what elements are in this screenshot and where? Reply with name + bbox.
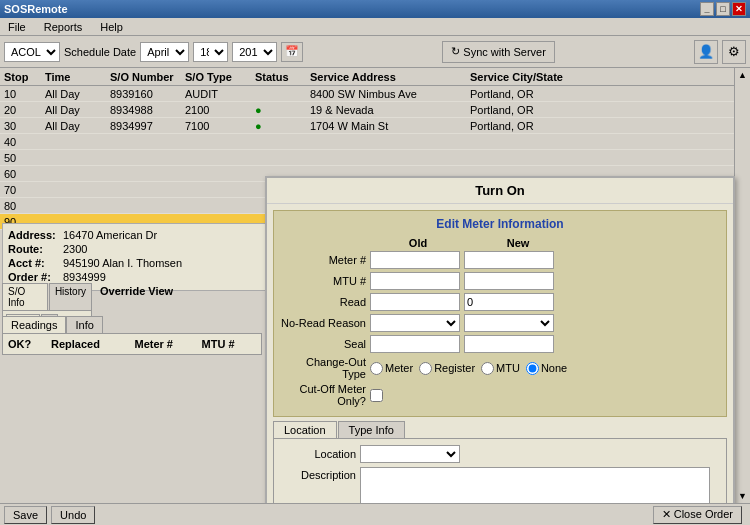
acol-dropdown[interactable]: ACOL xyxy=(4,42,60,62)
cutoff-checkbox[interactable] xyxy=(370,389,383,402)
seal-old-input[interactable] xyxy=(370,335,460,353)
scrollbar[interactable]: ▲ ▼ xyxy=(734,68,750,503)
tab-location[interactable]: Location xyxy=(273,421,337,438)
table-row[interactable]: 30 All Day 8934997 7100 ● 1704 W Main St… xyxy=(0,118,750,134)
day-select[interactable]: 18 xyxy=(193,42,228,62)
tab-readings[interactable]: Readings xyxy=(2,316,66,333)
col-header-replaced: Replaced xyxy=(49,337,133,351)
new-header: New xyxy=(468,237,568,249)
col-header-mtu: MTU # xyxy=(200,337,258,351)
location-field-label: Location xyxy=(280,448,360,460)
mtu-label: MTU # xyxy=(280,275,370,287)
readings-area: Readings Info OK? Replaced Meter # MTU # xyxy=(2,316,262,355)
edit-meter-panel: Edit Meter Information Old New Meter # M… xyxy=(273,210,727,417)
read-label: Read xyxy=(280,296,370,308)
edit-meter-title: Edit Meter Information xyxy=(280,217,720,231)
no-read-reason-new-select[interactable] xyxy=(464,314,554,332)
meter-old-input[interactable] xyxy=(370,251,460,269)
radio-none[interactable]: None xyxy=(526,362,567,375)
table-row[interactable]: 20 All Day 8934988 2100 ● 19 & Nevada Po… xyxy=(0,102,750,118)
location-tab-area: Location Type Info Location Description xyxy=(273,421,727,503)
mtu-new-input[interactable] xyxy=(464,272,554,290)
header-service-city: Service City/State xyxy=(470,71,600,83)
sync-button[interactable]: ↻ Sync with Server xyxy=(442,41,555,63)
menu-help[interactable]: Help xyxy=(96,20,127,34)
cutoff-label: Cut-Off Meter Only? xyxy=(280,383,370,407)
address-label: Address: xyxy=(8,229,63,241)
month-select[interactable]: April xyxy=(140,42,189,62)
meter-new-input[interactable] xyxy=(464,251,554,269)
menu-bar: File Reports Help xyxy=(0,18,750,36)
order-value: 8934999 xyxy=(63,271,261,283)
header-status: Status xyxy=(255,71,310,83)
override-view-label: Override View xyxy=(100,285,173,297)
dialog-title: Turn On xyxy=(267,178,733,204)
change-out-type-label: Change-Out Type xyxy=(280,356,370,380)
calendar-button[interactable]: 📅 xyxy=(281,42,303,62)
tab-info[interactable]: Info xyxy=(66,316,102,333)
app-title: SOSRemote xyxy=(4,3,68,15)
menu-file[interactable]: File xyxy=(4,20,30,34)
turn-on-dialog: Turn On Edit Meter Information Old New M… xyxy=(265,176,735,503)
col-header-ok: OK? xyxy=(6,337,49,351)
route-label: Route: xyxy=(8,243,63,255)
header-stop: Stop xyxy=(0,71,45,83)
read-new-input[interactable] xyxy=(464,293,554,311)
year-select[interactable]: 2012 xyxy=(232,42,277,62)
acct-value: 945190 Alan I. Thomsen xyxy=(63,257,261,269)
close-button[interactable]: ✕ xyxy=(732,2,746,16)
radio-register[interactable]: Register xyxy=(419,362,475,375)
menu-reports[interactable]: Reports xyxy=(40,20,87,34)
info-panel: Address: 16470 American Dr Route: 2300 A… xyxy=(2,223,267,291)
settings-icon-button[interactable]: ⚙ xyxy=(722,40,746,64)
table-row[interactable]: 10 All Day 8939160 AUDIT 8400 SW Nimbus … xyxy=(0,86,750,102)
address-value: 16470 American Dr xyxy=(63,229,261,241)
meter-label: Meter # xyxy=(280,254,370,266)
description-field-label: Description xyxy=(280,467,360,481)
minimize-button[interactable]: _ xyxy=(700,2,714,16)
sync-icon: ↻ xyxy=(451,45,460,58)
toolbar: ACOL Schedule Date April 18 2012 📅 ↻ Syn… xyxy=(0,36,750,68)
close-order-button[interactable]: ✕ Close Order xyxy=(653,506,742,524)
tab-so-info[interactable]: S/O Info xyxy=(2,283,48,310)
header-time: Time xyxy=(45,71,110,83)
radio-mtu[interactable]: MTU xyxy=(481,362,520,375)
table-row[interactable]: 40 xyxy=(0,134,750,150)
change-out-type-group: Meter Register MTU None xyxy=(370,362,567,375)
mtu-old-input[interactable] xyxy=(370,272,460,290)
seal-label: Seal xyxy=(280,338,370,350)
status-bar: Save Undo ✕ Close Order xyxy=(0,503,750,525)
no-read-reason-old-select[interactable] xyxy=(370,314,460,332)
col-header-meter: Meter # xyxy=(132,337,199,351)
no-read-reason-label: No-Read Reason xyxy=(280,317,370,329)
header-so-type: S/O Type xyxy=(185,71,255,83)
tab-type-info[interactable]: Type Info xyxy=(338,421,405,438)
order-label: Order #: xyxy=(8,271,63,283)
scroll-up[interactable]: ▲ xyxy=(735,68,750,82)
user-icon-button[interactable]: 👤 xyxy=(694,40,718,64)
save-button[interactable]: Save xyxy=(4,506,47,524)
description-textarea[interactable] xyxy=(360,467,710,503)
header-so-number: S/O Number xyxy=(110,71,185,83)
table-header: Stop Time S/O Number S/O Type Status Ser… xyxy=(0,68,750,86)
schedule-date-label: Schedule Date xyxy=(64,46,136,58)
location-select[interactable] xyxy=(360,445,460,463)
title-bar: SOSRemote _ □ ✕ xyxy=(0,0,750,18)
header-service-address: Service Address xyxy=(310,71,470,83)
tab-history[interactable]: History xyxy=(49,283,92,310)
acct-label: Acct #: xyxy=(8,257,63,269)
radio-meter[interactable]: Meter xyxy=(370,362,413,375)
maximize-button[interactable]: □ xyxy=(716,2,730,16)
read-old-input[interactable] xyxy=(370,293,460,311)
seal-new-input[interactable] xyxy=(464,335,554,353)
old-header: Old xyxy=(368,237,468,249)
undo-button[interactable]: Undo xyxy=(51,506,95,524)
close-order-icon: ✕ xyxy=(662,508,671,520)
table-row[interactable]: 50 xyxy=(0,150,750,166)
route-value: 2300 xyxy=(63,243,261,255)
scroll-down[interactable]: ▼ xyxy=(735,489,750,503)
